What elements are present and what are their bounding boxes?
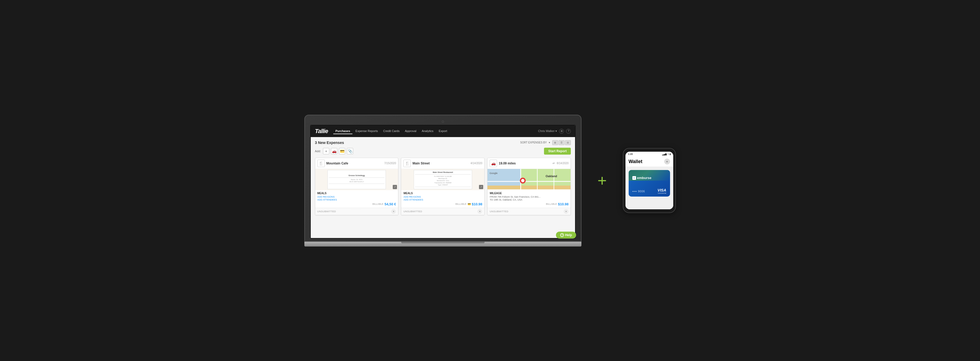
card-header-1: 🍴 Mountain Cafe 7/15/2020	[315, 158, 398, 169]
expense-type-1: MEALS	[317, 192, 396, 195]
laptop-screen: Tallie Purchases Expense Reports Credit …	[310, 125, 576, 238]
help-circle-icon: ?	[560, 233, 564, 237]
add-attendees-link-1[interactable]: ADD ATTENDEES	[317, 198, 396, 201]
wifi-icon: ⌇	[668, 153, 669, 155]
plus-connector: +	[597, 171, 607, 190]
nav-item-credit-cards[interactable]: Credit Cards	[381, 128, 402, 134]
card-number: •••• 9006	[632, 190, 645, 193]
card-dropdown-3[interactable]: ▾	[564, 209, 568, 214]
expense-date-2: 4/14/2020	[471, 162, 482, 165]
mobile-device: 1:20 ▂▄▆ ⌇ ▮ Wallet +	[623, 148, 676, 213]
status-badge-3: UNSUBMITTED	[490, 210, 508, 213]
add-label: Add:	[315, 150, 321, 153]
expense-date-1: 7/15/2020	[384, 162, 396, 165]
card-header-3: 🚗 19.09 miles ⇄ 8/14/2020	[487, 158, 571, 169]
card-dropdown-1[interactable]: ▾	[391, 209, 396, 214]
view-icons: ⊞ ☰ ⊟	[552, 140, 571, 145]
emburse-e-icon: ≡	[632, 176, 636, 180]
phone-time: 1:20	[628, 153, 633, 155]
status-badge-2: UNSUBMITTED	[403, 210, 422, 213]
logo-text: Tallie	[315, 128, 328, 134]
add-reasons-link-2[interactable]: ADD REASONS	[403, 195, 482, 198]
expense-type-2: MEALS	[403, 192, 482, 195]
settings-icon[interactable]: ⚙	[559, 129, 564, 134]
grid-view-icon[interactable]: ⊞	[552, 140, 558, 145]
merchant-name-2: Main Street	[412, 161, 469, 165]
expense-cards-row: 🍴 Mountain Cafe 7/15/2020 Grosse Scheide…	[315, 158, 571, 215]
add-attendees-link-2[interactable]: ADD ATTENDEES	[403, 198, 482, 201]
expense-type-3: MILEAGE	[490, 192, 568, 195]
add-expense-button[interactable]: +	[323, 148, 329, 154]
sort-controls: SORT EXPENSES BY ▾ ⊞ ☰ ⊟	[520, 140, 571, 145]
table-view-icon[interactable]: ⊟	[565, 140, 571, 145]
billable-label-3: BILLABLE	[546, 203, 557, 205]
meal-icon-2: 🍴	[403, 160, 411, 167]
car-icon-3: 🚗	[490, 160, 497, 167]
add-attachment-button[interactable]: 📎	[347, 148, 353, 154]
merchant-name-3: 19.09 miles	[499, 161, 550, 165]
receipt-image-2[interactable]: Main Street Restaurant Fri 04/07/2017 11…	[401, 169, 484, 190]
nav-item-export[interactable]: Export	[436, 128, 449, 134]
amount-row-1: BILLABLE 54,50 €	[317, 202, 396, 206]
signal-icon: ▂▄▆	[662, 153, 667, 155]
card-header-2: 🍴 Main Street 4/14/2020	[401, 158, 484, 169]
expand-icon-2[interactable]: ⤢	[479, 185, 483, 189]
sort-label: SORT EXPENSES BY	[520, 141, 547, 144]
card-body-1: MEALS ADD REASONS ADD ATTENDEES BILLABLE…	[315, 190, 398, 208]
to-address: TO 19th St, Oakland, CA, USA	[490, 198, 568, 201]
visa-commercial-label: Commercial	[657, 192, 667, 194]
wallet-content: ≡ emburse •••• 9006 VISA Commercial	[625, 167, 673, 209]
mileage-sync-icon: ⇄	[552, 162, 555, 165]
phone-body: 1:20 ▂▄▆ ⌇ ▮ Wallet +	[623, 148, 676, 213]
help-icon[interactable]: ?	[566, 129, 571, 134]
card-body-3: MILEAGE FROM 795 Folsom St, San Francisc…	[487, 190, 571, 208]
add-card-button[interactable]: 💳	[339, 148, 345, 154]
add-reasons-link-1[interactable]: ADD REASONS	[317, 195, 396, 198]
wallet-add-button[interactable]: +	[664, 158, 670, 165]
laptop-base	[304, 242, 582, 246]
app-logo: Tallie	[315, 128, 328, 135]
svg-point-9	[521, 179, 525, 182]
nav-menu: Purchases Expense Reports Credit Cards A…	[333, 128, 536, 134]
expense-amount-2: $10.98	[472, 202, 482, 206]
emburse-credit-card[interactable]: ≡ emburse •••• 9006 VISA Commercial	[628, 170, 670, 196]
start-report-button[interactable]: Start Report	[544, 148, 571, 155]
from-address: FROM 795 Folsom St, San Francisco, CA 94…	[490, 195, 568, 198]
laptop-camera	[442, 121, 444, 123]
billable-label-2: BILLABLE	[455, 203, 466, 205]
help-button[interactable]: ? Help	[556, 232, 576, 238]
amount-row-3: BILLABLE $10.98	[490, 202, 568, 206]
map-image-3[interactable]: Oakland Google Map data ©2020 Google	[487, 169, 571, 190]
card-dropdown-2[interactable]: ▾	[477, 209, 482, 214]
merchant-name-1: Mountain Cafe	[326, 161, 383, 165]
emburse-brand-name: emburse	[637, 176, 651, 180]
expense-card-mileage: 🚗 19.09 miles ⇄ 8/14/2020	[487, 158, 571, 215]
wallet-header: Wallet +	[625, 157, 673, 167]
expense-card-mountain-cafe: 🍴 Mountain Cafe 7/15/2020 Grosse Scheide…	[315, 158, 399, 215]
receipt-image-1[interactable]: Grosse Scheidegg Rechn. Nr: 4572 30.07.2…	[315, 169, 398, 190]
add-mileage-button[interactable]: 🚗	[331, 148, 337, 154]
app-navigation: Tallie Purchases Expense Reports Credit …	[311, 125, 575, 137]
phone-status-icons: ▂▄▆ ⌇ ▮	[662, 153, 671, 155]
nav-item-expense-reports[interactable]: Expense Reports	[353, 128, 380, 134]
nav-item-purchases[interactable]: Purchases	[333, 128, 352, 134]
expense-date-3: 8/14/2020	[557, 162, 569, 165]
expense-amount-1: 54,50 €	[385, 202, 396, 206]
expand-icon-1[interactable]: ⤢	[393, 185, 397, 189]
help-label: Help	[565, 233, 572, 237]
amount-row-2: BILLABLE 💳 $10.98	[403, 202, 482, 206]
nav-item-approval[interactable]: Approval	[403, 128, 418, 134]
nav-item-analytics[interactable]: Analytics	[420, 128, 436, 134]
list-view-icon[interactable]: ☰	[558, 140, 565, 145]
visa-logo: VISA Commercial	[657, 188, 667, 194]
receipt-paper-1: Grosse Scheidegg Rechn. Nr: 4572 30.07.2…	[328, 170, 386, 189]
svg-text:Google: Google	[490, 172, 498, 174]
phone-status-bar: 1:20 ▂▄▆ ⌇ ▮	[625, 152, 673, 157]
card-footer-2: UNSUBMITTED ▾	[401, 208, 484, 215]
sort-arrow[interactable]: ▾	[549, 141, 550, 144]
receipt-paper-2: Main Street Restaurant Fri 04/07/2017 11…	[414, 170, 472, 189]
card-footer-3: UNSUBMITTED ▾	[487, 208, 571, 215]
credit-card-icon-2: 💳	[468, 203, 471, 206]
nav-user[interactable]: Chris Walker ▾	[538, 129, 557, 133]
emburse-logo: ≡ emburse	[632, 176, 667, 180]
